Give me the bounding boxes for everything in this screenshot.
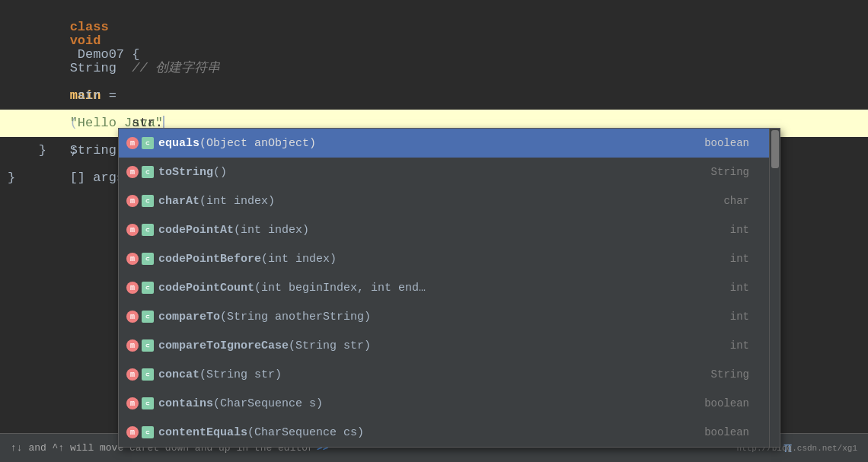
ac-method-name-concat: concat xyxy=(158,368,199,381)
ac-return-tostring: String xyxy=(711,166,749,178)
ac-item-codepointat[interactable]: m ⊂ codePointAt (int index) int xyxy=(119,215,780,244)
ac-item-codepointcount[interactable]: m ⊂ codePointCount (int beginIndex, int … xyxy=(119,273,780,302)
ac-item-codepointbefore[interactable]: m ⊂ codePointBefore (int index) int xyxy=(119,244,780,273)
ac-item-tostring[interactable]: m ⊂ toString () String xyxy=(119,158,780,186)
badge-m-codepointat: m xyxy=(126,224,139,236)
badge-m-charat: m xyxy=(126,195,139,207)
ac-item-charat[interactable]: m ⊂ charAt (int index) char xyxy=(119,186,780,215)
badge-green-tostring: ⊂ xyxy=(142,166,154,178)
ac-method-name-compareto: compareTo xyxy=(158,311,220,323)
ac-params-codepointbefore: (int index) xyxy=(261,253,337,266)
ac-return-compareto: int xyxy=(730,311,749,323)
ac-method-name-contentequals: contentEquals xyxy=(158,426,247,439)
badge-green-codepointcount: ⊂ xyxy=(142,282,154,294)
badge-green-codepointbefore: ⊂ xyxy=(142,253,154,265)
badge-m-equals: m xyxy=(126,137,139,149)
ac-params-codepointat: (int index) xyxy=(234,224,309,237)
ac-item-concat[interactable]: m ⊂ concat (String str) String xyxy=(119,360,780,389)
badge-green-concat: ⊂ xyxy=(142,368,154,381)
ac-params-comparetoignorecase: (String str) xyxy=(289,339,371,352)
scrollbar[interactable] xyxy=(769,129,780,447)
ac-params-charat: (int index) xyxy=(199,195,275,208)
badge-m-contentequals: m xyxy=(126,426,139,438)
badge-m-contains: m xyxy=(126,397,139,409)
ac-params-compareto: (String anotherString) xyxy=(220,311,371,323)
ac-return-codepointbefore: int xyxy=(730,253,749,265)
scrollbar-thumb[interactable] xyxy=(771,130,779,168)
ac-params-codepointcount: (int beginIndex, int end… xyxy=(254,282,426,295)
badge-green-comparetoignorecase: ⊂ xyxy=(142,339,154,352)
ac-params-concat: (String str) xyxy=(199,368,282,381)
ac-item-compareto[interactable]: m ⊂ compareTo (String anotherString) int xyxy=(119,302,780,331)
ac-method-name-codepointcount: codePointCount xyxy=(158,282,254,295)
ac-method-name-equals: equals xyxy=(158,137,199,150)
ac-return-contains: boolean xyxy=(704,397,749,409)
badge-green-contains: ⊂ xyxy=(142,397,154,409)
ac-return-comparetoignorecase: int xyxy=(730,339,749,352)
ac-item-contains[interactable]: m ⊂ contains (CharSequence s) boolean xyxy=(119,389,780,418)
ac-method-name-contains: contains xyxy=(158,397,213,410)
ac-item-contentequals[interactable]: m ⊂ contentEquals (CharSequence cs) bool… xyxy=(119,418,780,447)
ac-return-codepointat: int xyxy=(730,224,749,236)
ac-item-comparetoignorecase[interactable]: m ⊂ compareToIgnoreCase (String str) int xyxy=(119,331,780,360)
ac-method-name-comparetoignorecase: compareToIgnoreCase xyxy=(158,339,289,352)
ac-params-equals: (Object anObject) xyxy=(199,137,316,150)
badge-green-equals: ⊂ xyxy=(142,137,154,149)
badge-m-codepointbefore: m xyxy=(126,253,139,265)
ac-item-equals[interactable]: m ⊂ equals (Object anObject) boolean xyxy=(119,129,780,158)
ac-return-charat: char xyxy=(723,195,749,207)
ac-params-contentequals: (CharSequence cs) xyxy=(247,426,364,439)
badge-m-tostring: m xyxy=(126,166,139,178)
badge-green-compareto: ⊂ xyxy=(142,311,154,323)
ac-return-contentequals: boolean xyxy=(704,426,749,438)
ac-params-contains: (CharSequence s) xyxy=(213,397,323,410)
badge-m-compareto: m xyxy=(126,311,139,323)
ac-method-name-codepointat: codePointAt xyxy=(158,224,234,237)
ac-method-name-charat: charAt xyxy=(158,195,199,208)
ac-method-name-codepointbefore: codePointBefore xyxy=(158,253,261,266)
editor-container: public class Demo07 { public static void… xyxy=(0,0,868,462)
ac-return-codepointcount: int xyxy=(730,282,749,294)
ac-method-name-tostring: toString xyxy=(158,166,213,179)
ac-params-tostring: () xyxy=(213,166,227,179)
code-area: public class Demo07 { public static void… xyxy=(0,0,868,462)
ac-return-concat: String xyxy=(711,368,749,381)
badge-green-contentequals: ⊂ xyxy=(142,426,154,438)
ac-return-equals: boolean xyxy=(704,137,749,149)
badge-m-codepointcount: m xyxy=(126,282,139,294)
badge-m-concat: m xyxy=(126,368,139,381)
badge-m-comparetoignorecase: m xyxy=(126,339,139,352)
badge-green-charat: ⊂ xyxy=(142,195,154,207)
badge-green-codepointat: ⊂ xyxy=(142,224,154,236)
autocomplete-dropdown: m ⊂ equals (Object anObject) boolean m ⊂… xyxy=(118,128,780,448)
